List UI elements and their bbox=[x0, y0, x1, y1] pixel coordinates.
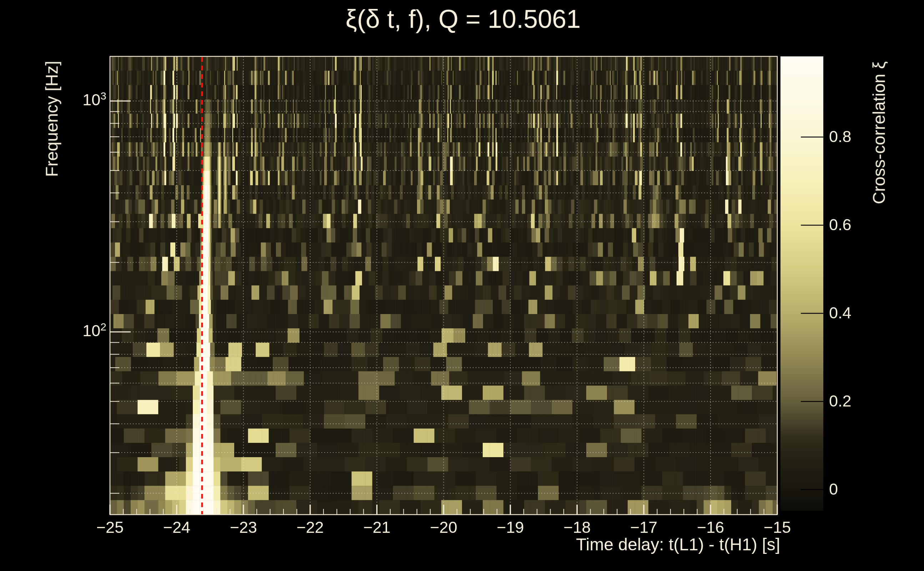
y-tick-label: 102 bbox=[82, 322, 107, 341]
x-tick-label: −19 bbox=[497, 518, 524, 537]
cross-correlation-heatmap-canvas bbox=[0, 0, 924, 571]
plot-title: ξ(δ t, f), Q = 10.5061 bbox=[346, 4, 581, 34]
y-axis-label: Frequency [Hz] bbox=[42, 61, 62, 177]
x-tick-label: −22 bbox=[297, 518, 324, 537]
figure-page: { "title": "ξ(δ t, f), Q = 10.5061", "ax… bbox=[0, 0, 924, 571]
colorbar-tick-label: 0 bbox=[829, 480, 838, 498]
x-tick-label: −15 bbox=[764, 518, 791, 537]
x-tick-label: −18 bbox=[563, 518, 590, 537]
x-tick-label: −17 bbox=[630, 518, 657, 537]
x-axis-label: Time delay: t(L1) - t(H1) [s] bbox=[576, 535, 780, 554]
y-tick-label: 103 bbox=[82, 91, 107, 111]
x-tick-label: −16 bbox=[697, 518, 724, 537]
colorbar-tick-label: 0.4 bbox=[829, 304, 851, 322]
x-tick-label: −25 bbox=[96, 518, 124, 537]
x-tick-label: −21 bbox=[363, 518, 390, 537]
x-tick-label: −23 bbox=[230, 518, 257, 537]
x-tick-label: −24 bbox=[163, 518, 190, 537]
x-tick-label: −20 bbox=[430, 518, 457, 537]
colorbar-tick-label: 0.2 bbox=[829, 392, 851, 411]
colorbar-label: Cross-correlation ξ bbox=[869, 62, 889, 204]
colorbar-tick-label: 0.8 bbox=[829, 127, 851, 146]
colorbar-tick-label: 0.6 bbox=[829, 216, 851, 234]
